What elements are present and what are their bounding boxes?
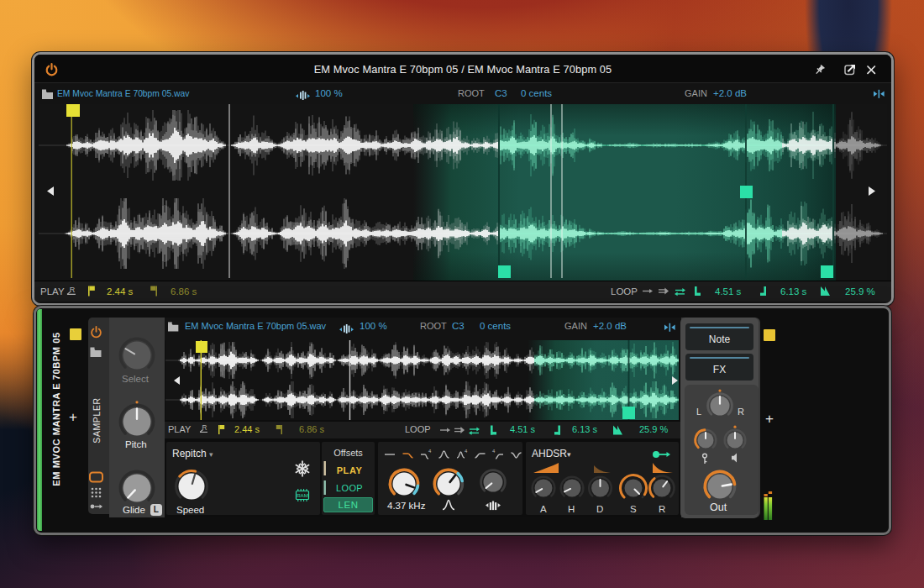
svg-text:R: R	[70, 286, 76, 294]
svg-text:R: R	[202, 424, 207, 432]
